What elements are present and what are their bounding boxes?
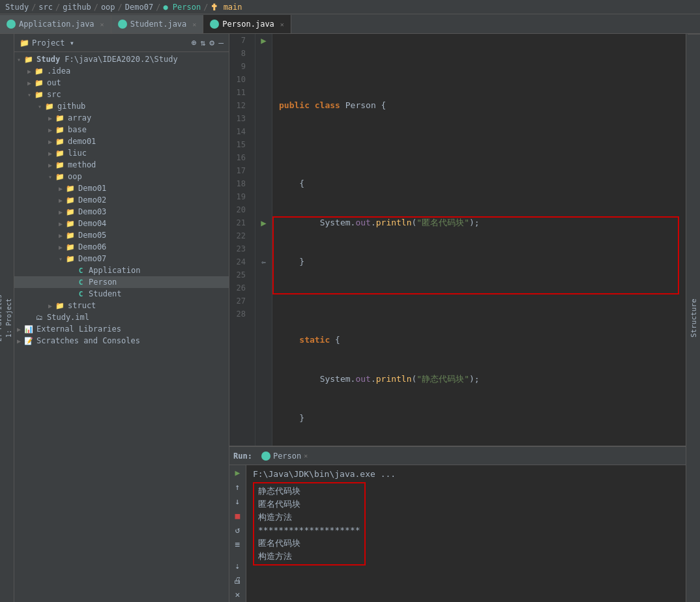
- tree-item-idea[interactable]: ▶ 📁 .idea: [14, 65, 229, 77]
- line-numbers: 7 8 9 10 11 12 13 14 15 16 17 18 19 20 2…: [229, 34, 255, 446]
- folder-icon: 📁: [20, 38, 29, 48]
- sidebar-gear-icon[interactable]: ⚙: [209, 38, 214, 48]
- tree-item-github[interactable]: ▾ 📁 github: [14, 100, 229, 112]
- tab-application[interactable]: Application.java ✕: [0, 15, 111, 33]
- tree-item-studyiml[interactable]: 🗂 Study.iml: [14, 311, 229, 323]
- run-toolbar: ▶ ↑ ↓ ■ ↺ ≡ ⇣ 🖨 ✕: [229, 465, 246, 602]
- run-output-line-1: 静态代码块: [258, 485, 360, 498]
- run-scroll-end-button[interactable]: ⇣: [232, 560, 244, 571]
- right-vtab-structure[interactable]: Structure: [688, 34, 700, 602]
- tree-item-out[interactable]: ▶ 📁 out: [14, 77, 229, 89]
- tree-label-src: src: [47, 90, 61, 99]
- tab-application-close[interactable]: ✕: [100, 21, 104, 28]
- tree-item-oopdemo07[interactable]: ▾ 📁 Demo07: [14, 253, 229, 265]
- folder-icon-idea: 📁: [34, 66, 44, 76]
- sidebar-minimize-icon[interactable]: —: [218, 38, 224, 48]
- run-rerun-button[interactable]: ↺: [232, 524, 244, 535]
- tree-label-student: Student: [89, 289, 122, 298]
- folder-icon-out: 📁: [34, 78, 44, 88]
- tree-item-oopdemo03[interactable]: ▶ 📁 Demo03: [14, 206, 229, 218]
- tree-item-student[interactable]: C Student: [14, 288, 229, 300]
- tree-item-liuc[interactable]: ▶ 📁 liuc: [14, 147, 229, 159]
- tree-item-oopdemo05[interactable]: ▶ 📁 Demo05: [14, 229, 229, 241]
- tree-arrow-liuc: ▶: [46, 150, 55, 157]
- breadcrumb-bar: Study / src / github / oop / Demo07 / ● …: [0, 0, 700, 14]
- left-vtab-favorites[interactable]: 2: Favorites: [0, 289, 4, 347]
- tree-arrow-array: ▶: [46, 115, 55, 122]
- run-gutter-icon-7[interactable]: ▶: [261, 35, 266, 46]
- sidebar-sync-icon[interactable]: ⇅: [201, 38, 206, 48]
- tree-item-oopdemo02[interactable]: ▶ 📁 Demo02: [14, 194, 229, 206]
- tree-label-base: base: [68, 125, 87, 134]
- tree-label-study: Study F:\java\IDEA2020.2\Study: [36, 55, 178, 64]
- tree-item-demo01[interactable]: ▶ 📁 demo01: [14, 136, 229, 147]
- code-line-11: }: [279, 255, 679, 268]
- code-gutter: ▶ ▶ ⇦: [255, 34, 272, 446]
- run-stop-button[interactable]: ■: [232, 511, 244, 521]
- tree-label-oopdemo05: Demo05: [78, 231, 106, 240]
- folder-icon-oop: 📁: [55, 171, 65, 182]
- left-vtab-project[interactable]: 1: Project: [4, 293, 14, 343]
- tab-student[interactable]: Student.java ✕: [111, 15, 204, 33]
- tree-item-src[interactable]: ▾ 📁 src: [14, 89, 229, 100]
- tree-item-study[interactable]: ▾ 📁 Study F:\java\IDEA2020.2\Study: [14, 53, 229, 65]
- run-play-button[interactable]: ▶: [232, 468, 244, 478]
- breadcrumb-method[interactable]: 🕇 main: [211, 3, 242, 12]
- tree-item-oopdemo06[interactable]: ▶ 📁 Demo06: [14, 241, 229, 253]
- tree-label-demo01: demo01: [68, 137, 96, 146]
- tree-arrow-github: ▾: [35, 103, 44, 110]
- code-content[interactable]: public class Person { { System.out.print…: [272, 34, 686, 446]
- folder-icon-oopdemo02: 📁: [65, 195, 76, 205]
- breadcrumb-demo07[interactable]: Demo07: [125, 3, 153, 12]
- folder-icon-method: 📁: [55, 160, 65, 170]
- tab-person-label: Person.java: [222, 20, 274, 29]
- folder-icon-oopdemo06: 📁: [65, 242, 76, 252]
- folder-icon-base: 📁: [55, 124, 65, 135]
- tab-person-close[interactable]: ✕: [280, 21, 284, 28]
- run-output-line-2: 匿名代码块: [258, 498, 360, 511]
- run-gutter-icon-21[interactable]: ▶: [261, 218, 266, 228]
- tree-arrow-demo01: ▶: [46, 138, 55, 145]
- breadcrumb-src[interactable]: src: [38, 3, 53, 12]
- tree-item-method[interactable]: ▶ 📁 method: [14, 159, 229, 171]
- tree-item-array[interactable]: ▶ 📁 array: [14, 112, 229, 124]
- run-clear-button[interactable]: ✕: [232, 589, 244, 599]
- tab-student-close[interactable]: ✕: [192, 21, 196, 28]
- tree-label-array: array: [68, 113, 91, 122]
- tree-item-application[interactable]: C Application: [14, 265, 229, 276]
- run-tab-close[interactable]: ✕: [304, 452, 308, 459]
- java-icon-person: C: [76, 277, 86, 287]
- tree-label-person: Person: [89, 278, 117, 287]
- tree-item-struct[interactable]: ▶ 📁 struct: [14, 300, 229, 311]
- run-content: ▶ ↑ ↓ ■ ↺ ≡ ⇣ 🖨 ✕ F:\Java\JDK\bin\java.e…: [229, 465, 686, 602]
- run-output-line-3: 构造方法: [258, 511, 360, 524]
- tree-item-extlibs[interactable]: ▶ 📊 External Libraries: [14, 323, 229, 335]
- tab-person[interactable]: Person.java ✕: [203, 15, 291, 33]
- folder-icon-liuc: 📁: [55, 148, 65, 158]
- run-print-button[interactable]: 🖨: [232, 575, 244, 585]
- folder-icon-demo01: 📁: [55, 136, 65, 147]
- tree-item-oopdemo04[interactable]: ▶ 📁 Demo04: [14, 218, 229, 229]
- run-up-button[interactable]: ↑: [232, 482, 244, 493]
- iml-icon: 🗂: [34, 312, 44, 322]
- run-format-button[interactable]: ≡: [232, 539, 244, 549]
- tab-student-icon: [118, 20, 127, 29]
- tree-arrow-base: ▶: [46, 126, 55, 134]
- run-person-tab[interactable]: Person ✕: [257, 450, 312, 462]
- breadcrumb-oop[interactable]: oop: [101, 3, 115, 12]
- breadcrumb-class[interactable]: ● Person: [163, 3, 201, 12]
- run-down-button[interactable]: ↓: [232, 496, 244, 507]
- run-output-line-4: ********************: [258, 524, 360, 537]
- sidebar-add-icon[interactable]: ⊕: [192, 38, 197, 48]
- breadcrumb-github[interactable]: github: [63, 3, 91, 12]
- tree-item-person[interactable]: C Person: [14, 276, 229, 288]
- scratches-icon: 📝: [23, 336, 34, 346]
- tree-arrow: ▾: [14, 56, 23, 63]
- code-editor[interactable]: 7 8 9 10 11 12 13 14 15 16 17 18 19 20 2…: [229, 34, 686, 446]
- tree-item-oop[interactable]: ▾ 📁 oop: [14, 171, 229, 182]
- tree-item-oopdemo01[interactable]: ▶ 📁 Demo01: [14, 182, 229, 194]
- code-line-10: System.out.println("匿名代码块");: [279, 216, 679, 229]
- breadcrumb-study[interactable]: Study: [5, 3, 29, 12]
- tree-item-base[interactable]: ▶ 📁 base: [14, 124, 229, 136]
- tree-item-scratches[interactable]: ▶ 📝 Scratches and Consoles: [14, 335, 229, 347]
